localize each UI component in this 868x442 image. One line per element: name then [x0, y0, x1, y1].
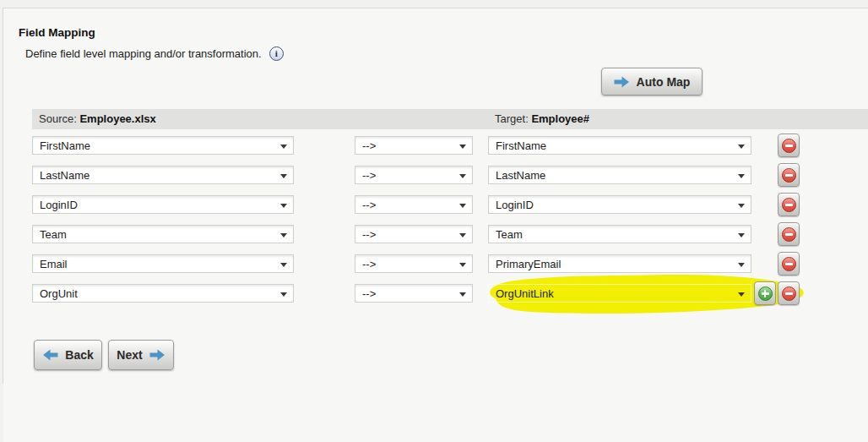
- info-icon[interactable]: i: [269, 46, 284, 61]
- source-header-value: Employee.xlsx: [79, 112, 155, 125]
- chevron-down-icon: [280, 233, 287, 237]
- next-label: Next: [117, 348, 142, 362]
- source-field-value: OrgUnit: [40, 287, 78, 300]
- target-header-value: Employee#: [531, 112, 589, 125]
- chevron-down-icon: [459, 174, 466, 178]
- panel-border-top: [3, 8, 868, 8]
- target-field-value: PrimaryEmail: [496, 258, 561, 270]
- source-header-label: Source:: [39, 112, 77, 125]
- remove-row-button[interactable]: [778, 222, 800, 246]
- mapping-row: Team --> Team: [0, 225, 868, 248]
- minus-icon: [782, 227, 796, 242]
- chevron-down-icon: [459, 263, 466, 267]
- source-field-value: Email: [40, 258, 68, 270]
- source-field-value: Team: [40, 228, 67, 241]
- back-button[interactable]: Back: [34, 340, 102, 370]
- source-field-dropdown[interactable]: LoginID: [32, 195, 294, 214]
- chevron-down-icon: [459, 145, 466, 149]
- page-title: Field Mapping: [19, 26, 95, 39]
- minus-icon: [782, 168, 796, 183]
- chevron-down-icon: [280, 292, 287, 297]
- chevron-down-icon: [280, 263, 287, 267]
- target-field-value: FirstName: [496, 139, 546, 152]
- remove-row-button[interactable]: [778, 193, 800, 216]
- source-field-dropdown[interactable]: LastName: [32, 166, 294, 184]
- remove-row-button[interactable]: [778, 281, 800, 305]
- transformation-dropdown[interactable]: -->: [355, 284, 473, 303]
- auto-map-label: Auto Map: [637, 75, 691, 89]
- target-field-value: LastName: [496, 169, 545, 182]
- chevron-down-icon: [738, 204, 745, 208]
- add-row-button[interactable]: [754, 281, 776, 305]
- mapping-row: LoginID --> LoginID: [0, 195, 868, 219]
- target-field-dropdown[interactable]: FirstName: [488, 136, 751, 155]
- mapping-row: LastName --> LastName: [0, 166, 868, 189]
- back-label: Back: [65, 348, 93, 362]
- target-field-dropdown[interactable]: LoginID: [488, 195, 751, 214]
- source-header: Source: Employee.xlsx: [39, 112, 156, 125]
- page-subtitle-row: Define field level mapping and/or transf…: [25, 46, 284, 61]
- field-mapping-screen: Field Mapping Define field level mapping…: [0, 0, 868, 442]
- target-field-dropdown[interactable]: LastName: [488, 166, 751, 184]
- transformation-dropdown[interactable]: -->: [355, 166, 473, 184]
- target-header: Target: Employee#: [495, 112, 589, 125]
- transformation-value: -->: [362, 169, 376, 182]
- next-button[interactable]: Next: [108, 340, 174, 370]
- chevron-down-icon: [280, 145, 287, 149]
- target-field-dropdown[interactable]: OrgUnitLink: [488, 284, 751, 303]
- transformation-value: -->: [362, 139, 376, 152]
- minus-icon: [782, 198, 796, 212]
- target-header-label: Target:: [495, 112, 529, 125]
- target-field-dropdown[interactable]: Team: [488, 225, 751, 243]
- source-field-dropdown[interactable]: Team: [32, 225, 294, 243]
- mapping-header-bar: Source: Employee.xlsx Target: Employee#: [32, 109, 868, 129]
- chevron-down-icon: [459, 204, 466, 208]
- chevron-down-icon: [280, 174, 287, 178]
- source-field-dropdown[interactable]: FirstName: [32, 136, 294, 155]
- remove-row-button[interactable]: [778, 163, 800, 187]
- mapping-row: OrgUnit --> OrgUnitLink: [0, 284, 868, 308]
- source-field-value: LastName: [40, 169, 90, 182]
- transformation-dropdown[interactable]: -->: [355, 195, 473, 214]
- transformation-dropdown[interactable]: -->: [355, 225, 473, 243]
- source-field-value: FirstName: [40, 139, 90, 152]
- arrow-right-icon: [149, 349, 165, 361]
- arrow-right-icon: [614, 76, 630, 88]
- chevron-down-icon: [738, 145, 745, 149]
- source-field-value: LoginID: [40, 199, 78, 211]
- chevron-down-icon: [459, 233, 466, 237]
- chevron-down-icon: [459, 292, 466, 297]
- remove-row-button[interactable]: [778, 252, 800, 276]
- target-field-value: OrgUnitLink: [496, 287, 554, 300]
- target-field-value: Team: [496, 228, 523, 241]
- chevron-down-icon: [738, 174, 745, 178]
- arrow-left-icon: [42, 349, 58, 361]
- plus-icon: [758, 286, 773, 301]
- chevron-down-icon: [738, 292, 745, 297]
- mapping-row: FirstName --> FirstName: [0, 136, 868, 160]
- remove-row-button[interactable]: [778, 134, 800, 157]
- transformation-dropdown[interactable]: -->: [355, 254, 473, 273]
- source-field-dropdown[interactable]: OrgUnit: [32, 284, 294, 303]
- transformation-dropdown[interactable]: -->: [355, 136, 473, 155]
- chevron-down-icon: [738, 263, 745, 267]
- mapping-row: Email --> PrimaryEmail: [0, 254, 868, 278]
- source-field-dropdown[interactable]: Email: [32, 254, 294, 273]
- minus-icon: [782, 257, 796, 271]
- target-field-value: LoginID: [496, 199, 534, 211]
- transformation-value: -->: [362, 228, 376, 241]
- auto-map-button[interactable]: Auto Map: [601, 68, 703, 95]
- page-subtitle: Define field level mapping and/or transf…: [25, 47, 262, 60]
- chevron-down-icon: [280, 204, 287, 208]
- transformation-value: -->: [362, 258, 376, 270]
- transformation-value: -->: [362, 199, 376, 211]
- minus-icon: [782, 139, 796, 153]
- chevron-down-icon: [738, 233, 745, 237]
- target-field-dropdown[interactable]: PrimaryEmail: [488, 254, 751, 273]
- transformation-value: -->: [362, 287, 376, 300]
- minus-icon: [782, 286, 796, 301]
